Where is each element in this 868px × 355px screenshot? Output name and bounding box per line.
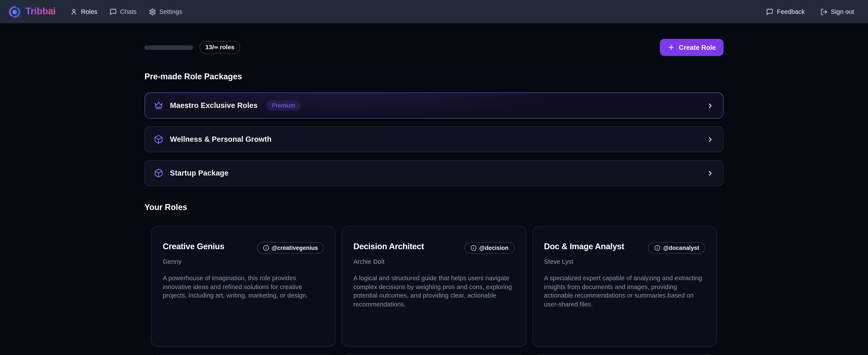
crown-icon [154, 101, 163, 110]
role-title: Decision Architect [353, 241, 424, 251]
role-handle: @creativegenius [272, 245, 318, 251]
role-description: A powerhouse of imagination, this role p… [163, 274, 324, 300]
role-subtitle: Archie Doit [353, 258, 515, 265]
user-icon [71, 8, 78, 15]
role-handle: @decision [479, 245, 508, 251]
tribbai-logo-icon [8, 5, 21, 18]
info-icon [263, 245, 269, 251]
nav-item-label: Settings [159, 8, 182, 15]
info-icon [470, 245, 476, 251]
role-handle-badge[interactable]: @docanalyst [648, 242, 705, 254]
role-subtitle: Steve Lyst [544, 258, 705, 265]
premium-badge: Premium [267, 100, 301, 111]
brand-name: Tribbai [26, 6, 56, 17]
your-roles-section-title: Your Roles [145, 202, 723, 211]
roles-progress-bar [145, 45, 193, 50]
roles-toolbar: 13/∞ roles Create Role [145, 39, 723, 56]
feedback-label: Feedback [777, 8, 805, 15]
package-icon [154, 169, 163, 178]
role-description: A specialized expert capable of analyzin… [544, 274, 705, 308]
app-window: Tribbai Roles Chats [0, 0, 868, 355]
package-title: Startup Package [170, 169, 228, 177]
nav-menu: Roles Chats Settings [71, 8, 182, 15]
role-description: A logical and structured guide that help… [353, 274, 515, 308]
nav-item-label: Chats [120, 8, 137, 15]
gear-icon [149, 8, 156, 15]
chevron-right-icon [707, 102, 714, 110]
role-cards-grid: Creative Genius @creativegenius Genny A … [145, 226, 723, 347]
package-row-wellness[interactable]: Wellness & Personal Growth [145, 126, 723, 152]
role-title: Creative Genius [163, 241, 224, 251]
role-handle-badge[interactable]: @creativegenius [257, 242, 324, 254]
create-role-label: Create Role [679, 43, 716, 51]
sign-out-icon [820, 8, 828, 15]
package-list: Maestro Exclusive Roles Premium Wellness… [145, 92, 723, 186]
nav-left: Tribbai Roles Chats [8, 5, 182, 18]
nav-item-settings[interactable]: Settings [149, 8, 182, 15]
create-role-button[interactable]: Create Role [660, 39, 723, 56]
card-header: Creative Genius @creativegenius [163, 241, 324, 254]
package-row-maestro[interactable]: Maestro Exclusive Roles Premium [145, 92, 723, 119]
info-icon [654, 245, 660, 251]
chevron-right-icon [707, 136, 714, 143]
role-card-creative-genius[interactable]: Creative Genius @creativegenius Genny A … [151, 226, 336, 347]
plus-icon [668, 44, 675, 51]
brand-logo[interactable]: Tribbai [8, 5, 56, 18]
top-nav: Tribbai Roles Chats [0, 0, 868, 23]
sign-out-label: Sign out [831, 8, 854, 15]
roles-count-badge: 13/∞ roles [199, 41, 240, 54]
chat-icon [110, 8, 117, 15]
nav-right: Feedback Sign out [766, 8, 854, 15]
package-title: Wellness & Personal Growth [170, 135, 272, 144]
package-title: Maestro Exclusive Roles [170, 101, 258, 110]
nav-item-chats[interactable]: Chats [110, 8, 136, 15]
package-row-startup[interactable]: Startup Package [145, 160, 723, 186]
chevron-right-icon [707, 169, 714, 177]
nav-item-label: Roles [81, 8, 97, 15]
sign-out-button[interactable]: Sign out [820, 8, 854, 15]
package-icon [154, 135, 163, 144]
card-header: Decision Architect @decision [353, 241, 515, 254]
feedback-chat-icon [766, 8, 773, 15]
card-header: Doc & Image Analyst @docanalyst [544, 241, 705, 254]
role-handle-badge[interactable]: @decision [464, 242, 515, 254]
packages-section-title: Pre-made Role Packages [145, 71, 723, 81]
role-card-decision-architect[interactable]: Decision Architect @decision Archie Doit… [342, 226, 526, 347]
feedback-button[interactable]: Feedback [766, 8, 805, 15]
role-card-doc-image-analyst[interactable]: Doc & Image Analyst @docanalyst Steve Ly… [532, 226, 717, 347]
nav-item-roles[interactable]: Roles [71, 8, 97, 15]
role-title: Doc & Image Analyst [544, 241, 624, 251]
role-handle: @docanalyst [663, 245, 699, 251]
role-subtitle: Genny [163, 258, 324, 265]
main-content: 13/∞ roles Create Role Pre-made Role Pac… [145, 39, 723, 355]
